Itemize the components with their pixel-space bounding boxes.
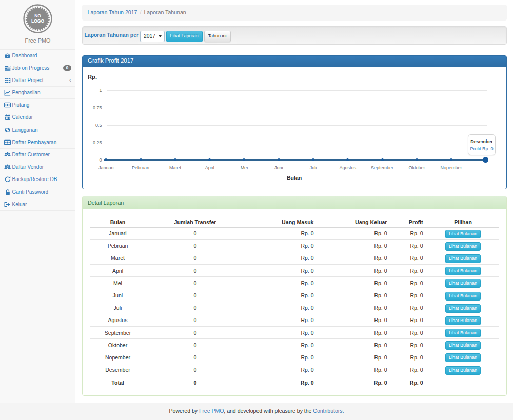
svg-text:LOGO: LOGO xyxy=(31,18,44,24)
svg-text:NO: NO xyxy=(34,13,41,18)
